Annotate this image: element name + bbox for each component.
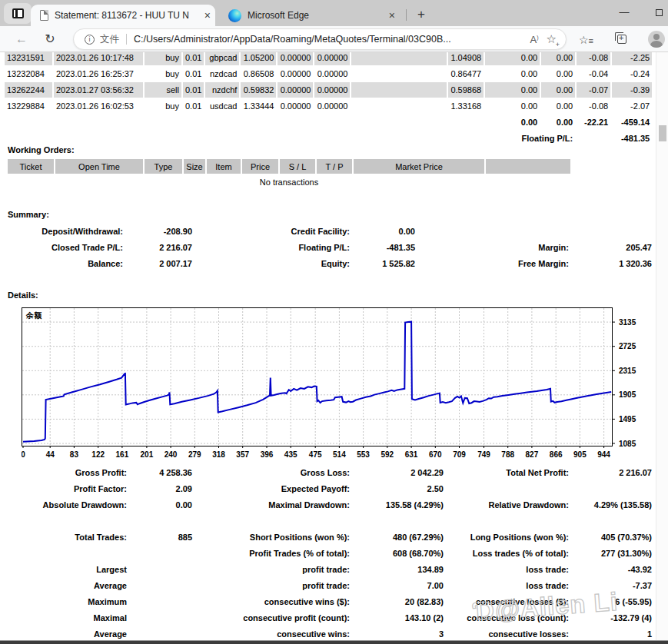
svg-text:1495: 1495 [619, 415, 636, 423]
svg-text:240: 240 [165, 450, 178, 459]
browser-toolbar: ← ↻ i 文件 C:/Users/Administrator/AppData/… [0, 26, 668, 52]
working-orders-title: Working Orders: [8, 145, 75, 154]
favorites-icon[interactable]: ☆≡ [579, 34, 593, 46]
svg-text:318: 318 [212, 450, 225, 459]
svg-text:435: 435 [284, 450, 297, 459]
svg-text:788: 788 [501, 450, 514, 459]
floating-pl-label: Floating P/L: [5, 131, 575, 146]
svg-text:905: 905 [573, 450, 587, 459]
svg-text:余额: 余额 [25, 311, 42, 320]
svg-text:122: 122 [91, 450, 105, 459]
read-aloud-icon[interactable]: A) [530, 34, 539, 45]
back-button[interactable]: ← [12, 30, 32, 48]
svg-text:2725: 2725 [619, 342, 636, 350]
svg-text:670: 670 [429, 450, 442, 459]
tab-close-icon[interactable]: × [200, 9, 215, 22]
tab-divider [406, 9, 407, 21]
svg-text:553: 553 [357, 450, 370, 459]
working-orders-header: TicketOpen Time TypeSize ItemPrice S / L… [6, 158, 572, 174]
tab-close-icon[interactable]: × [384, 9, 400, 22]
svg-text:396: 396 [261, 450, 274, 459]
minimize-button[interactable]: — [613, 5, 636, 22]
add-favorite-icon[interactable]: ☆+ [547, 32, 557, 46]
svg-text:161: 161 [116, 450, 129, 459]
edge-logo-icon [228, 9, 241, 22]
svg-text:944: 944 [597, 450, 610, 459]
trade-stats-row: Profit Trades (% of total):608 (68.70%) … [0, 549, 668, 559]
browser-chrome: Statement: 8113672 - HUU TU N × Microsof… [0, 0, 668, 52]
file-scheme-label: 文件 [100, 33, 119, 46]
stats-row: Absolute Drawdown:0.00 Maximal Drawdown:… [0, 500, 668, 511]
tab-statement[interactable]: Statement: 8113672 - HUU TU N × [31, 5, 215, 26]
header-row: TicketOpen Time TypeSize ItemPrice S / L… [8, 159, 570, 174]
svg-text:1085: 1085 [619, 440, 636, 448]
svg-text:514: 514 [333, 450, 346, 459]
profile-avatar[interactable] [648, 31, 665, 48]
info-icon[interactable]: i [85, 35, 95, 45]
trade-stats-row: Average consecutive wins:3 consecutive l… [0, 629, 668, 640]
summary-row: Balance:2 007.17 Equity:1 525.82 Free Ma… [0, 259, 668, 270]
table-row: 132622442023.01.27 03:56:32 sell0.01 nzd… [5, 82, 652, 98]
statement-page: 132315912023.01.26 10:17:48 buy0.01 gbpc… [0, 52, 668, 641]
svg-text:592: 592 [381, 450, 394, 459]
refresh-button[interactable]: ↻ [40, 30, 60, 48]
svg-text:83: 83 [70, 450, 79, 459]
svg-text:866: 866 [550, 450, 563, 459]
document-icon [40, 10, 48, 21]
scrollbar-thumb[interactable] [659, 125, 666, 141]
summary-row: Deposit/Withdrawal:-208.90 Credit Facili… [0, 227, 668, 237]
svg-text:475: 475 [309, 450, 322, 459]
svg-text:44: 44 [46, 450, 55, 459]
tab-actions-button[interactable] [4, 3, 32, 24]
table-row: 132315912023.01.26 10:17:48 buy0.01 gbpc… [5, 52, 652, 65]
totals-row: 0.000.00 -22.21-459.14 [5, 115, 652, 130]
balance-chart: 3135272523151905149510850448312216120124… [22, 307, 652, 463]
summary-title: Summary: [8, 210, 49, 219]
svg-text:827: 827 [526, 450, 539, 459]
floating-pl-value: -481.35 [577, 131, 652, 146]
page-scrollbar[interactable] [656, 52, 668, 641]
tab-title: Microsoft Edge [248, 10, 384, 21]
details-title: Details: [8, 290, 38, 300]
svg-text:2315: 2315 [619, 367, 636, 375]
svg-text:279: 279 [188, 450, 201, 459]
tab-title: Statement: 8113672 - HUU TU N [55, 10, 200, 21]
maximize-button[interactable] [647, 5, 668, 22]
svg-text:709: 709 [453, 450, 466, 459]
summary-row: Closed Trade P/L:2 216.07 Floating P/L:-… [0, 243, 668, 254]
svg-text:631: 631 [405, 450, 418, 459]
stats-row: Profit Factor:2.09 Expected Payoff:2.50 [0, 484, 668, 495]
svg-text:0: 0 [22, 450, 25, 459]
table-row: 132298842023.01.26 16:02:53 buy0.01 usdc… [5, 98, 652, 114]
floating-pl-row: Floating P/L: -481.35 [5, 131, 652, 146]
stats-row: Gross Profit:4 258.36 Gross Loss:2 042.2… [0, 468, 668, 479]
svg-text:3135: 3135 [619, 318, 636, 327]
open-trades-table: 132315912023.01.26 10:17:48 buy0.01 gbpc… [3, 52, 653, 147]
tab-microsoft-edge[interactable]: Microsoft Edge × [219, 5, 400, 26]
tab-strip: Statement: 8113672 - HUU TU N × Microsof… [0, 0, 668, 26]
svg-text:201: 201 [141, 450, 154, 459]
window-bottom-edge [0, 640, 668, 644]
trade-stats-row: Total Trades:885 Short Positions (won %)… [0, 533, 668, 543]
svg-text:1905: 1905 [619, 390, 636, 399]
maximize-icon [656, 9, 663, 16]
table-row: 132320842023.01.26 16:25:37 buy0.01 nzdc… [5, 66, 652, 81]
new-tab-button[interactable]: + [412, 6, 430, 23]
address-separator [126, 34, 127, 45]
no-transactions-text: No transactions [6, 178, 572, 187]
svg-text:749: 749 [477, 450, 490, 459]
svg-text:357: 357 [236, 450, 249, 459]
workspaces-icon [12, 8, 24, 18]
url-text[interactable]: C:/Users/Administrator/AppData/Roaming/M… [134, 34, 523, 45]
address-bar[interactable]: i 文件 C:/Users/Administrator/AppData/Roam… [73, 28, 567, 50]
trade-stats-row: Largest profit trade:134.89 loss trade:-… [0, 565, 668, 576]
collections-icon[interactable] [617, 35, 626, 44]
